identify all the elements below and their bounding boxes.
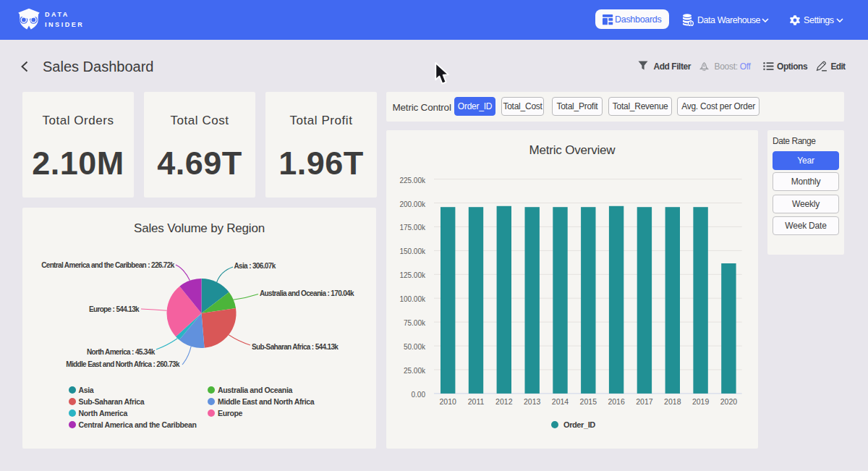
svg-text:225.00k: 225.00k (399, 177, 426, 184)
svg-text:2016: 2016 (608, 397, 625, 406)
svg-text:0.00: 0.00 (412, 391, 426, 399)
svg-text:2010: 2010 (440, 397, 457, 406)
svg-text:150.00k: 150.00k (399, 247, 426, 255)
svg-text:200.00k: 200.00k (399, 200, 426, 208)
svg-text:2020: 2020 (720, 397, 738, 406)
svg-text:2017: 2017 (636, 397, 653, 406)
svg-text:100.00k: 100.00k (399, 295, 426, 303)
svg-text:2012: 2012 (495, 397, 513, 406)
svg-text:175.00k: 175.00k (399, 224, 426, 232)
svg-text:2011: 2011 (468, 397, 485, 406)
svg-text:125.00k: 125.00k (399, 271, 426, 279)
svg-text:2015: 2015 (580, 397, 597, 406)
svg-text:Order_ID: Order_ID (563, 420, 595, 429)
svg-text:50.00k: 50.00k (404, 343, 426, 351)
svg-text:2019: 2019 (692, 397, 710, 406)
svg-text:2013: 2013 (524, 397, 541, 406)
svg-text:2018: 2018 (664, 397, 681, 406)
svg-text:2014: 2014 (552, 397, 569, 406)
svg-text:75.00k: 75.00k (404, 319, 426, 327)
svg-text:25.00k: 25.00k (404, 367, 426, 375)
